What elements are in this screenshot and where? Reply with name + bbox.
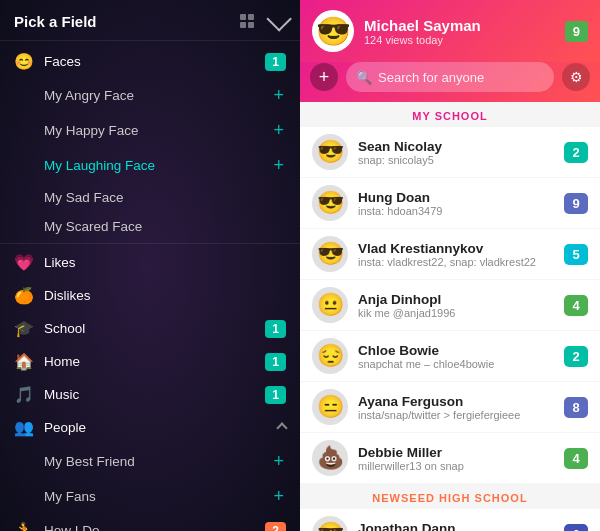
- chevron-down-icon[interactable]: [266, 6, 291, 31]
- item-badge: 1: [265, 320, 286, 338]
- person-sub: insta: hdoan3479: [358, 205, 554, 217]
- expand-icon: [276, 422, 287, 433]
- item-label: My Best Friend: [44, 454, 135, 469]
- list-item[interactable]: 🏠 Home 1: [0, 345, 300, 378]
- person-sub: snap: snicolay5: [358, 154, 554, 166]
- person-badge: 4: [564, 295, 588, 316]
- person-info: Jonathan Dann musically: jdann344: [358, 521, 554, 532]
- person-sub: insta/snap/twitter > fergiefergieee: [358, 409, 554, 421]
- person-item[interactable]: 😎 Jonathan Dann musically: jdann344 6: [300, 509, 600, 531]
- notification-badge: 9: [565, 21, 588, 42]
- gear-icon: ⚙: [570, 69, 583, 85]
- svg-rect-1: [248, 14, 254, 20]
- person-name: Sean Nicolay: [358, 139, 554, 154]
- item-emoji: 👥: [14, 418, 34, 437]
- person-info: Vlad Krestiannykov insta: vladkrest22, s…: [358, 241, 554, 268]
- person-item[interactable]: 💩 Debbie Miller millerwiller13 on snap 4: [300, 433, 600, 483]
- item-label: My Laughing Face: [44, 158, 155, 173]
- list-item-left: My Best Friend: [14, 454, 135, 469]
- person-item[interactable]: 😎 Vlad Krestiannykov insta: vladkrest22,…: [300, 229, 600, 279]
- person-sub: millerwiller13 on snap: [358, 460, 554, 472]
- item-emoji: 🏃: [14, 521, 34, 531]
- plus-icon: +: [319, 68, 330, 86]
- person-avatar: 💩: [312, 440, 348, 476]
- person-badge: 8: [564, 397, 588, 418]
- item-emoji: 🍊: [14, 286, 34, 305]
- list-item[interactable]: 🎵 Music 1: [0, 378, 300, 411]
- item-label: School: [44, 321, 85, 336]
- left-list: 😊 Faces 1 My Angry Face + My Happy Face …: [0, 41, 300, 531]
- item-badge: 1: [265, 353, 286, 371]
- item-emoji: 🎵: [14, 385, 34, 404]
- list-item[interactable]: My Angry Face +: [0, 78, 300, 113]
- list-item[interactable]: 💗 Likes: [0, 246, 300, 279]
- grid-icon[interactable]: [236, 10, 258, 32]
- person-badge: 5: [564, 244, 588, 265]
- item-label: Home: [44, 354, 80, 369]
- person-avatar: 😎: [312, 185, 348, 221]
- item-label: My Angry Face: [44, 88, 134, 103]
- person-badge: 2: [564, 142, 588, 163]
- item-badge: 1: [265, 386, 286, 404]
- settings-button[interactable]: ⚙: [562, 63, 590, 91]
- person-name: Jonathan Dann: [358, 521, 554, 532]
- list-item-left: 🏃 How I Do: [14, 521, 100, 531]
- person-item[interactable]: 😑 Ayana Ferguson insta/snap/twitter > fe…: [300, 382, 600, 432]
- svg-rect-0: [240, 14, 246, 20]
- add-button[interactable]: +: [271, 486, 286, 507]
- list-item[interactable]: My Laughing Face +: [0, 148, 300, 183]
- item-label: Faces: [44, 54, 81, 69]
- list-item[interactable]: 🍊 Dislikes: [0, 279, 300, 312]
- search-placeholder: Search for anyone: [378, 70, 484, 85]
- list-item[interactable]: My Happy Face +: [0, 113, 300, 148]
- add-button[interactable]: +: [271, 120, 286, 141]
- person-badge: 6: [564, 524, 588, 532]
- add-button[interactable]: +: [271, 155, 286, 176]
- section-header-my-school: MY SCHOOL: [300, 102, 600, 126]
- add-button[interactable]: +: [271, 85, 286, 106]
- svg-rect-3: [248, 22, 254, 28]
- person-name: Anja Dinhopl: [358, 292, 554, 307]
- search-icon: 🔍: [356, 70, 372, 85]
- item-badge: 2: [265, 522, 286, 532]
- item-emoji: 💗: [14, 253, 34, 272]
- person-item[interactable]: 😔 Chloe Bowie snapchat me – chloe4bowie …: [300, 331, 600, 381]
- search-input[interactable]: 🔍 Search for anyone: [346, 62, 554, 92]
- profile-info: Michael Sayman 124 views today: [364, 17, 555, 46]
- list-item[interactable]: 👥 People: [0, 411, 300, 444]
- person-item[interactable]: 😎 Sean Nicolay snap: snicolay5 2: [300, 127, 600, 177]
- person-item[interactable]: 😐 Anja Dinhopl kik me @anjad1996 4: [300, 280, 600, 330]
- list-item[interactable]: My Fans +: [0, 479, 300, 514]
- person-info: Ayana Ferguson insta/snap/twitter > ferg…: [358, 394, 554, 421]
- person-info: Debbie Miller millerwiller13 on snap: [358, 445, 554, 472]
- list-item[interactable]: My Sad Face: [0, 183, 300, 212]
- left-header: Pick a Field: [0, 0, 300, 41]
- list-item-left: 👥 People: [14, 418, 86, 437]
- divider: [0, 243, 300, 244]
- person-avatar: 😐: [312, 287, 348, 323]
- list-item[interactable]: 🏃 How I Do 2: [0, 514, 300, 531]
- person-name: Chloe Bowie: [358, 343, 554, 358]
- person-sub: insta: vladkrest22, snap: vladkrest22: [358, 256, 554, 268]
- profile-name: Michael Sayman: [364, 17, 555, 34]
- person-info: Anja Dinhopl kik me @anjad1996: [358, 292, 554, 319]
- person-name: Debbie Miller: [358, 445, 554, 460]
- list-item-left: My Happy Face: [14, 123, 139, 138]
- list-item[interactable]: My Best Friend +: [0, 444, 300, 479]
- person-sub: kik me @anjad1996: [358, 307, 554, 319]
- list-item-left: 😊 Faces: [14, 52, 81, 71]
- list-item[interactable]: 🎓 School 1: [0, 312, 300, 345]
- left-panel: Pick a Field 😊 Faces 1: [0, 0, 300, 531]
- section-header-newseed: NEWSEED HIGH SCHOOL: [300, 484, 600, 508]
- right-content: MY SCHOOL 😎 Sean Nicolay snap: snicolay5…: [300, 102, 600, 531]
- person-avatar: 😔: [312, 338, 348, 374]
- profile-header: 😎 Michael Sayman 124 views today 9: [300, 0, 600, 62]
- person-item[interactable]: 😎 Hung Doan insta: hdoan3479 9: [300, 178, 600, 228]
- list-item-left: 🎓 School: [14, 319, 85, 338]
- list-item[interactable]: My Scared Face: [0, 212, 300, 241]
- person-info: Sean Nicolay snap: snicolay5: [358, 139, 554, 166]
- add-button[interactable]: +: [271, 451, 286, 472]
- list-item[interactable]: 😊 Faces 1: [0, 45, 300, 78]
- header-icons: [236, 10, 286, 32]
- add-person-button[interactable]: +: [310, 63, 338, 91]
